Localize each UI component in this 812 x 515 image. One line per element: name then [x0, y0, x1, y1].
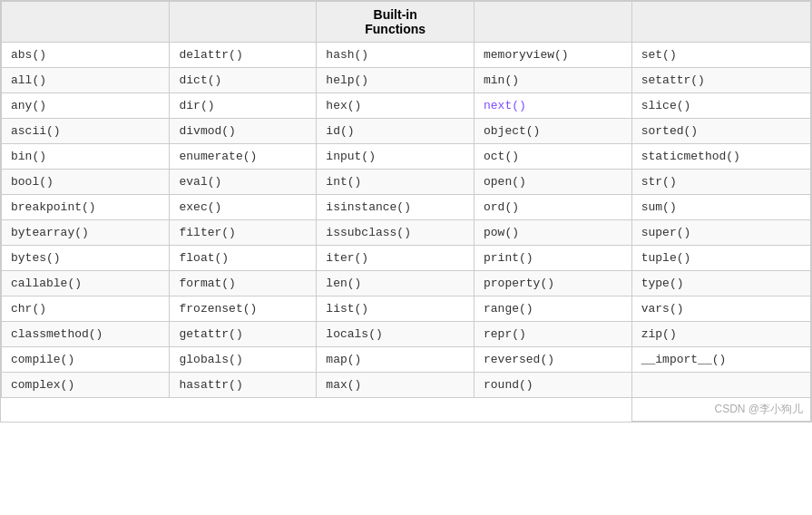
table-cell: hasattr()	[170, 373, 317, 398]
table-cell: slice()	[631, 93, 810, 119]
table-cell: divmod()	[170, 119, 317, 144]
table-row: bytearray()filter()issubclass()pow()supe…	[2, 220, 811, 246]
table-cell: print()	[474, 246, 632, 271]
table-cell: open()	[474, 170, 632, 195]
table-cell: getattr()	[170, 322, 317, 347]
table-cell: memoryview()	[474, 43, 632, 68]
table-cell: complex()	[2, 373, 170, 398]
table-row: callable()format()len()property()type()	[2, 271, 811, 296]
table-cell: min()	[474, 68, 632, 93]
table-cell: dict()	[170, 68, 317, 93]
watermark-row: CSDN @李小狗儿	[2, 398, 811, 422]
table-cell: compile()	[2, 347, 170, 373]
table-row: classmethod()getattr()locals()repr()zip(…	[2, 322, 811, 347]
table-cell: isinstance()	[317, 195, 474, 220]
table-cell: id()	[317, 119, 474, 144]
table-cell: bytes()	[2, 246, 170, 271]
table-cell: bin()	[2, 144, 170, 170]
table-cell: all()	[2, 68, 170, 93]
table-cell: frozenset()	[170, 296, 317, 322]
table-cell: object()	[474, 119, 632, 144]
table-cell: eval()	[170, 170, 317, 195]
table-cell: repr()	[474, 322, 632, 347]
col-header-5	[631, 2, 810, 43]
table-cell: ascii()	[2, 119, 170, 144]
table-cell: enumerate()	[170, 144, 317, 170]
table-cell: filter()	[170, 220, 317, 246]
table-cell: format()	[170, 271, 317, 296]
table-row: bytes()float()iter()print()tuple()	[2, 246, 811, 271]
table-cell: staticmethod()	[631, 144, 810, 170]
table-cell: int()	[317, 170, 474, 195]
table-cell: issubclass()	[317, 220, 474, 246]
table-cell: sum()	[631, 195, 810, 220]
table-row: ascii()divmod()id()object()sorted()	[2, 119, 811, 144]
table-row: abs()delattr()hash()memoryview()set()	[2, 43, 811, 68]
table-cell: setattr()	[631, 68, 810, 93]
table-row: all()dict()help()min()setattr()	[2, 68, 811, 93]
table-cell: next()	[474, 93, 632, 119]
col-header-2	[170, 2, 317, 43]
table-cell: callable()	[2, 271, 170, 296]
table-cell: property()	[474, 271, 632, 296]
table-cell: float()	[170, 246, 317, 271]
table-cell: vars()	[631, 296, 810, 322]
table-cell: iter()	[317, 246, 474, 271]
table-cell: range()	[474, 296, 632, 322]
table-cell: bool()	[2, 170, 170, 195]
table-cell: delattr()	[170, 43, 317, 68]
table-cell	[631, 373, 810, 398]
table-cell: __import__()	[631, 347, 810, 373]
table-cell: zip()	[631, 322, 810, 347]
table-cell: round()	[474, 373, 632, 398]
table-header-row: Built-inFunctions	[2, 2, 811, 43]
builtin-functions-table: Built-inFunctions abs()delattr()hash()me…	[1, 1, 811, 422]
table-row: bool()eval()int()open()str()	[2, 170, 811, 195]
col-header-4	[474, 2, 632, 43]
table-cell: locals()	[317, 322, 474, 347]
table-cell: str()	[631, 170, 810, 195]
table-row: compile()globals()map()reversed()__impor…	[2, 347, 811, 373]
table-cell: classmethod()	[2, 322, 170, 347]
table-cell: chr()	[2, 296, 170, 322]
table-cell: set()	[631, 43, 810, 68]
table-row: chr()frozenset()list()range()vars()	[2, 296, 811, 322]
table-row: complex()hasattr()max()round()	[2, 373, 811, 398]
table-cell: reversed()	[474, 347, 632, 373]
table-cell: globals()	[170, 347, 317, 373]
col-header-1	[2, 2, 170, 43]
table-row: breakpoint()exec()isinstance()ord()sum()	[2, 195, 811, 220]
table-cell: hex()	[317, 93, 474, 119]
table-row: any()dir()hex()next()slice()	[2, 93, 811, 119]
table-cell: map()	[317, 347, 474, 373]
table-cell: oct()	[474, 144, 632, 170]
col-header-title: Built-inFunctions	[317, 2, 474, 43]
table-cell: any()	[2, 93, 170, 119]
table-cell: abs()	[2, 43, 170, 68]
table-cell: bytearray()	[2, 220, 170, 246]
table-row: bin()enumerate()input()oct()staticmethod…	[2, 144, 811, 170]
table-cell: ord()	[474, 195, 632, 220]
table-cell: tuple()	[631, 246, 810, 271]
table-cell: type()	[631, 271, 810, 296]
watermark-text: CSDN @李小狗儿	[631, 398, 810, 422]
table-cell: exec()	[170, 195, 317, 220]
table-cell: dir()	[170, 93, 317, 119]
table-cell: super()	[631, 220, 810, 246]
table-cell: sorted()	[631, 119, 810, 144]
table-cell: len()	[317, 271, 474, 296]
table-cell: max()	[317, 373, 474, 398]
table-cell: hash()	[317, 43, 474, 68]
table-cell: input()	[317, 144, 474, 170]
table-cell: breakpoint()	[2, 195, 170, 220]
table-cell: help()	[317, 68, 474, 93]
table-cell: pow()	[474, 220, 632, 246]
table-cell: list()	[317, 296, 474, 322]
